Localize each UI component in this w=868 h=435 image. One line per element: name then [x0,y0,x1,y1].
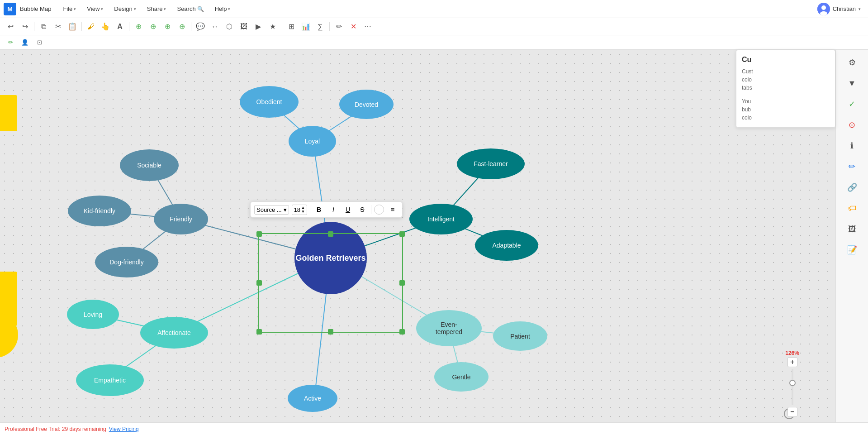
sep6 [329,22,330,31]
comment-button[interactable]: 💬 [194,20,207,33]
menu-bar: M Bubble Map File ▾ View ▾ Design ▾ Shar… [0,0,868,18]
node-even-tempered[interactable]: Even- tempered [416,310,482,346]
zoom-out-button[interactable]: − [787,407,797,417]
add-parent-button[interactable]: ⊕ [161,20,174,33]
node-friendly[interactable]: Friendly [154,204,208,234]
fmt-sep1 [310,205,310,214]
bold-button[interactable]: B [313,204,325,215]
paste-button[interactable]: 📋 [66,20,79,33]
menu-view[interactable]: View ▾ [82,4,108,14]
node-intelligent[interactable]: Intelligent [409,204,473,234]
chart-button[interactable]: 📊 [299,20,313,33]
panel-filter-button[interactable]: ▼ [843,74,861,92]
panel-check-button[interactable]: ✓ [843,95,861,113]
node-dog-friendly[interactable]: Dog-friendly [95,247,158,277]
handle-mr[interactable] [399,280,405,286]
panel-note-button[interactable]: 📝 [843,241,861,259]
delete-button[interactable]: ✕ [346,20,360,33]
cut-button[interactable]: ✂ [51,20,65,33]
redo-button[interactable]: ↪ [18,20,32,33]
strikethrough-button[interactable]: S [356,204,368,215]
sub-view-button[interactable]: ⊡ [33,36,46,49]
view-pricing-link[interactable]: View Pricing [109,426,139,432]
font-size-selector[interactable]: 18 ▲ ▼ [292,205,307,215]
size-up-icon[interactable]: ▲ [301,206,305,210]
node-affectionate[interactable]: Affectionate [140,317,208,349]
node-empathetic[interactable]: Empathetic [76,364,144,396]
panel-layers-button[interactable]: ⊙ [843,116,861,134]
app-title: Bubble Map [20,5,51,12]
panel-link-button[interactable]: 🔗 [843,178,861,196]
zoom-slider-thumb[interactable] [789,380,796,386]
sub-select-button[interactable]: 👤 [18,36,32,49]
menu-design[interactable]: Design ▾ [109,4,140,14]
fmt-sep2 [371,205,371,214]
node-sociable[interactable]: Sociable [120,149,179,181]
node-loving[interactable]: Loving [67,300,119,329]
underline-button[interactable]: U [342,204,354,215]
node-adaptable[interactable]: Adaptable [475,230,538,261]
add-node-button[interactable]: ⊕ [175,20,189,33]
media-button[interactable]: ▶ [251,20,265,33]
node-obedient[interactable]: Obedient [240,86,299,118]
node-devoted[interactable]: Devoted [339,90,394,119]
icon-button[interactable]: ★ [266,20,280,33]
color-picker[interactable] [374,205,384,215]
handle-ml[interactable] [256,280,262,286]
canvas[interactable]: Golden Retrievers Obedient Devoted Loyal… [0,50,835,435]
align-button[interactable]: ≡ [387,204,398,215]
handle-tl[interactable] [256,231,262,237]
handle-br[interactable] [399,329,405,335]
view-chevron: ▾ [101,7,103,11]
size-down-icon[interactable]: ▼ [301,210,305,214]
panel-info-button[interactable]: ℹ [843,137,861,155]
menu-help[interactable]: Help ▾ [210,4,235,14]
edit-button[interactable]: ✏ [332,20,346,33]
panel-cu-title: Cu [742,56,830,64]
font-selector[interactable]: Source ... ▾ [254,205,289,215]
user-section[interactable]: Christian ▾ [814,1,864,17]
search-icon: 🔍 [197,6,204,12]
center-node[interactable]: Golden Retrievers [294,222,367,294]
select-button[interactable]: 👆 [99,20,112,33]
handle-bl[interactable] [256,329,262,335]
toolbar: ↩ ↪ ⧉ ✂ 📋 🖌 👆 A ⊕ ⊕ ⊕ ⊕ 💬 ↔ ⬡ 🖼 ▶ ★ ⊞ 📊 … [0,18,868,35]
italic-button[interactable]: I [327,204,339,215]
handle-bc[interactable] [328,329,333,335]
node-patient[interactable]: Patient [493,321,547,351]
shape-button[interactable]: ⬡ [223,20,236,33]
paint-button[interactable]: 🖌 [84,20,98,33]
text-button[interactable]: A [113,20,127,33]
sep2 [81,22,82,31]
node-active[interactable]: Active [288,385,337,412]
panel-tag-button[interactable]: 🏷 [843,199,861,217]
zoom-in-button[interactable]: + [787,357,797,367]
zoom-controls: 126% + − [785,350,799,417]
node-kid-friendly[interactable]: Kid-friendly [68,196,131,226]
math-button[interactable]: ∑ [313,20,327,33]
node-fast-learner[interactable]: Fast-learner [457,148,525,179]
share-chevron: ▾ [164,7,166,11]
share-icon-button[interactable]: ⋯ [361,20,375,33]
node-loyal[interactable]: Loyal [289,126,336,157]
panel-settings-button[interactable]: ⚙ [843,53,861,72]
node-gentle[interactable]: Gentle [434,362,489,392]
handle-tr[interactable] [399,231,405,237]
connection-button[interactable]: ↔ [208,20,222,33]
menu-search[interactable]: Search 🔍 [172,4,208,14]
image-button[interactable]: 🖼 [237,20,251,33]
add-sibling-button[interactable]: ⊕ [146,20,160,33]
copy-button[interactable]: ⧉ [37,20,50,33]
panel-image2-button[interactable]: 🖼 [843,220,861,238]
table-button[interactable]: ⊞ [285,20,298,33]
zoom-slider-track[interactable] [792,369,793,405]
undo-button[interactable]: ↩ [4,20,17,33]
add-child-button[interactable]: ⊕ [132,20,145,33]
menu-file[interactable]: File ▾ [58,4,81,14]
sub-edit-button[interactable]: ✏ [4,36,17,49]
menu-share[interactable]: Share ▾ [142,4,171,14]
sep5 [282,22,282,31]
font-dropdown-icon: ▾ [284,206,287,213]
right-panel: ⚙ ▼ ✓ ⊙ ℹ ✏ 🔗 🏷 🖼 📝 [835,50,868,435]
panel-edit-pen-button[interactable]: ✏ [843,158,861,176]
